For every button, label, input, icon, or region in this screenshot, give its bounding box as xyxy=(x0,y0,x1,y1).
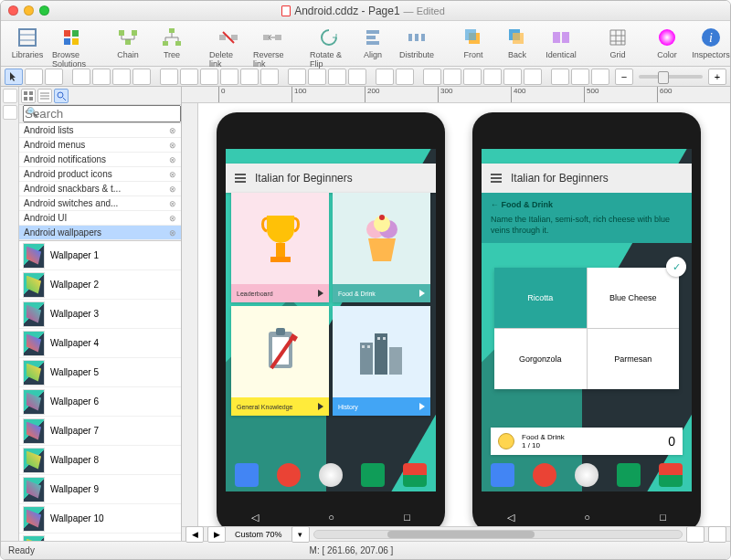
close-icon[interactable]: ⊗ xyxy=(169,155,176,164)
hand-tool[interactable] xyxy=(45,69,63,85)
hamburger-icon[interactable] xyxy=(235,174,246,183)
connector-tool-3[interactable] xyxy=(200,69,218,85)
layer-tool-3[interactable] xyxy=(591,69,609,85)
answer-d[interactable]: Parmesan xyxy=(588,329,680,389)
page-next-button[interactable]: ▶ xyxy=(207,526,226,543)
zoom-out-button[interactable]: − xyxy=(615,69,633,85)
rotate-flip-button[interactable]: Rotate & Flip xyxy=(310,25,348,69)
shape-row[interactable]: Wallpaper 10 xyxy=(19,504,181,534)
dock-icon[interactable] xyxy=(659,463,683,487)
zoom-in-button[interactable]: + xyxy=(708,69,726,85)
general-card[interactable]: General Knowledge xyxy=(231,306,329,416)
library-search[interactable]: 🔍 xyxy=(23,105,181,122)
connector-tool-1[interactable] xyxy=(160,69,178,85)
minimize-window-button[interactable] xyxy=(24,5,34,16)
shape-row[interactable]: Wallpaper 5 xyxy=(19,358,181,387)
identical-button[interactable]: Identical xyxy=(542,25,580,59)
home-nav-icon[interactable]: ○ xyxy=(328,512,334,523)
h-scrollbar[interactable] xyxy=(313,530,683,539)
shape-row[interactable]: Wallpaper 6 xyxy=(19,387,181,417)
category-row[interactable]: Android product icons⊗ xyxy=(19,167,181,182)
line-tool[interactable] xyxy=(132,69,151,85)
close-icon[interactable]: ⊗ xyxy=(169,141,176,150)
zoom-slider[interactable] xyxy=(639,75,703,79)
grid-toggle[interactable] xyxy=(708,526,726,543)
connector-tool-6[interactable] xyxy=(260,69,279,85)
dock-icon[interactable] xyxy=(491,463,514,487)
check-badge[interactable]: ✓ xyxy=(666,257,686,277)
shape-row[interactable]: Wallpaper 1 xyxy=(19,241,181,270)
quiz-back[interactable]: ← Food & Drink xyxy=(491,200,683,209)
layer-tool-2[interactable] xyxy=(571,69,589,85)
arc-tool-3[interactable] xyxy=(328,69,346,85)
view-grid-button[interactable] xyxy=(21,89,36,103)
dock-icon[interactable] xyxy=(277,463,301,487)
view-list-button[interactable] xyxy=(37,89,52,103)
shape-row[interactable]: Wallpaper 8 xyxy=(19,446,181,475)
group-tool-6[interactable] xyxy=(524,69,542,85)
dock-icon[interactable] xyxy=(361,463,385,487)
browse-solutions-button[interactable]: Browse Solutions xyxy=(52,25,90,69)
category-row[interactable]: Android switches and...⊗ xyxy=(19,196,181,211)
food-card[interactable]: Food & Drink xyxy=(333,193,430,302)
polygon-tool[interactable] xyxy=(112,69,131,85)
dock-icon[interactable] xyxy=(235,463,259,487)
grid-button[interactable]: Grid xyxy=(599,25,637,59)
group-tool-2[interactable] xyxy=(443,69,461,85)
callout-tool[interactable] xyxy=(396,69,414,85)
recent-nav-icon[interactable]: □ xyxy=(660,512,666,523)
dock-icon[interactable] xyxy=(533,463,556,487)
close-icon[interactable]: ⊗ xyxy=(169,228,176,238)
close-window-button[interactable] xyxy=(8,5,18,16)
align-button[interactable]: Align xyxy=(354,25,392,59)
zoom-window-button[interactable] xyxy=(39,5,49,16)
dock-icon[interactable] xyxy=(575,463,599,487)
close-icon[interactable]: ⊗ xyxy=(169,199,176,208)
tree-button[interactable]: Tree xyxy=(153,25,191,59)
delete-link-button[interactable]: Delete link xyxy=(209,25,248,69)
category-row[interactable]: Android lists⊗ xyxy=(19,123,181,138)
connector-tool-4[interactable] xyxy=(220,69,238,85)
arc-tool-4[interactable] xyxy=(348,69,366,85)
answer-b[interactable]: Blue Cheese xyxy=(588,268,680,328)
zoom-dropdown[interactable]: ▾ xyxy=(291,526,310,543)
group-tool-1[interactable] xyxy=(423,69,441,85)
home-nav-icon[interactable]: ○ xyxy=(584,512,590,523)
vertical-ruler[interactable] xyxy=(182,103,198,526)
front-button[interactable]: Front xyxy=(454,25,493,59)
view-search-button[interactable] xyxy=(54,89,69,103)
category-row[interactable]: Android notifications⊗ xyxy=(19,153,181,167)
leaderboard-card[interactable]: Leaderboard xyxy=(231,193,329,302)
category-row[interactable]: Android UI⊗ xyxy=(19,211,181,226)
shape-row[interactable]: Wallpaper 3 xyxy=(19,300,181,329)
search-input[interactable] xyxy=(23,105,181,122)
edited-indicator[interactable]: — Edited xyxy=(404,5,445,16)
back-nav-icon[interactable]: ◁ xyxy=(507,512,514,523)
phone-mockup-1[interactable]: ▲ ◢ ▮ 12:30 Italian for Beginners xyxy=(217,112,445,526)
page-prev-button[interactable]: ◀ xyxy=(185,526,204,543)
category-row[interactable]: Android wallpapers⊗ xyxy=(19,226,181,240)
libraries-button[interactable]: Libraries xyxy=(8,25,47,59)
group-tool-4[interactable] xyxy=(483,69,502,85)
canvas[interactable]: ▲ ◢ ▮ 12:30 Italian for Beginners xyxy=(198,103,730,526)
close-icon[interactable]: ⊗ xyxy=(169,185,176,194)
dock-icon[interactable] xyxy=(319,463,343,487)
inspectors-button[interactable]: i Inspectors xyxy=(692,25,730,59)
zoom-readout[interactable]: Custom 70% xyxy=(229,530,288,539)
connector-tool-5[interactable] xyxy=(240,69,259,85)
select-tool[interactable] xyxy=(5,69,23,85)
reverse-link-button[interactable]: Reverse link xyxy=(253,25,291,69)
color-button[interactable]: Color xyxy=(648,25,686,59)
category-row[interactable]: Android menus⊗ xyxy=(19,138,181,153)
lasso-tool[interactable] xyxy=(25,69,43,85)
shape-row[interactable]: Wallpaper 9 xyxy=(19,475,181,504)
dock-icon[interactable] xyxy=(617,463,641,487)
ellipse-tool[interactable] xyxy=(92,69,111,85)
layer-tool-1[interactable] xyxy=(551,69,569,85)
group-tool-3[interactable] xyxy=(463,69,482,85)
dock-icon[interactable] xyxy=(403,463,427,487)
shape-row[interactable]: Wallpaper 7 xyxy=(19,417,181,446)
close-icon[interactable]: ⊗ xyxy=(169,170,176,179)
shape-row[interactable]: Wallpaper 2 xyxy=(19,270,181,300)
back-nav-icon[interactable]: ◁ xyxy=(251,512,259,523)
